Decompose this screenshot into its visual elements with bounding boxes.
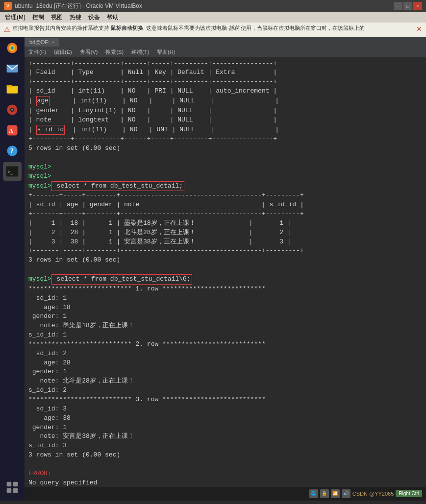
sidebar-icon-apps[interactable] <box>3 478 22 497</box>
sidebar-icon-files[interactable] <box>3 80 22 98</box>
svg-rect-5 <box>7 85 12 87</box>
menu-view[interactable]: 视图 <box>48 12 66 23</box>
svg-text:A: A <box>9 127 13 134</box>
terminal-tab[interactable]: bd@DF: ~ <box>25 38 59 47</box>
title-bar: V ubuntu_18edu [正在运行] - Oracle VM Virtua… <box>0 0 426 12</box>
sidebar-icon-appstore[interactable]: A <box>3 121 22 140</box>
tray-icon-1: 🌐 <box>309 489 318 498</box>
maximize-button[interactable]: □ <box>403 2 412 10</box>
terminal-window: bd@DF: ~ 文件(F) 编辑(E) 查看(V) 搜索(S) 终端(T) 帮… <box>25 37 426 501</box>
info-text: 虚拟电脑报告其内所安装的操作系统支持 鼠标自动切换. 这意味着鼠标不需要为该虚拟… <box>12 24 365 32</box>
svg-rect-17 <box>7 488 12 493</box>
terminal-menu: 文件(F) 编辑(E) 查看(V) 搜索(S) 终端(T) 帮助(H) <box>25 48 426 57</box>
bottom-right: 🌐 🔒 📶 🔊 CSDN @YY2065 Right Ctrl <box>309 489 422 498</box>
svg-rect-16 <box>13 481 18 486</box>
term-menu-terminal[interactable]: 终端(T) <box>127 48 153 57</box>
sidebar-icon-mail[interactable] <box>3 59 22 78</box>
window-title: ubuntu_18edu [正在运行] - Oracle VM VirtualB… <box>15 2 142 10</box>
svg-rect-15 <box>7 481 12 486</box>
sidebar-icon-help[interactable]: ? <box>3 142 22 160</box>
vm-area: A ? >_ <box>0 37 426 501</box>
svg-point-2 <box>11 46 14 49</box>
menu-control[interactable]: 控制 <box>29 12 47 23</box>
svg-text:>_: >_ <box>7 168 13 174</box>
term-menu-view[interactable]: 查看(V) <box>76 48 102 57</box>
sidebar-icon-terminal[interactable]: >_ <box>3 162 22 181</box>
vbox-menu: 管理(M) 控制 视图 热键 设备 帮助 <box>0 12 426 23</box>
menu-device[interactable]: 设备 <box>85 12 103 23</box>
info-bar: ⚠ 虚拟电脑报告其内所安装的操作系统支持 鼠标自动切换. 这意味着鼠标不需要为该… <box>0 23 426 37</box>
right-ctrl-badge: Right Ctrl <box>396 490 422 497</box>
term-menu-edit[interactable]: 编辑(E) <box>50 48 76 57</box>
tray-icon-4: 🔊 <box>342 489 351 498</box>
menu-help[interactable]: 帮助 <box>104 12 122 23</box>
menu-hotkey[interactable]: 热键 <box>67 12 84 23</box>
terminal-content[interactable]: +----------+------------+------+-----+--… <box>25 57 426 487</box>
terminal-title-bar: bd@DF: ~ <box>25 37 426 48</box>
app-icon: V <box>4 2 12 10</box>
sidebar-icon-firefox[interactable] <box>3 39 22 57</box>
terminal-bottom-bar: 🌐 🔒 📶 🔊 CSDN @YY2065 Right Ctrl <box>25 487 426 501</box>
svg-point-8 <box>11 109 13 111</box>
term-menu-help[interactable]: 帮助(H) <box>153 48 179 57</box>
sidebar: A ? >_ <box>0 37 25 501</box>
svg-rect-18 <box>13 488 18 493</box>
term-menu-search[interactable]: 搜索(S) <box>101 48 127 57</box>
close-button[interactable]: × <box>413 2 422 10</box>
info-close-button[interactable]: ✕ <box>416 24 422 34</box>
minimize-button[interactable]: − <box>394 2 402 10</box>
term-menu-file[interactable]: 文件(F) <box>25 48 50 57</box>
menu-manage[interactable]: 管理(M) <box>2 12 28 23</box>
tray-icon-2: 🔒 <box>320 489 329 498</box>
info-icon: ⚠ <box>4 25 10 35</box>
sidebar-icon-music[interactable] <box>3 100 22 119</box>
tray-icon-3: 📶 <box>331 489 340 498</box>
svg-text:?: ? <box>10 147 14 155</box>
watermark: CSDN @YY2065 <box>352 491 394 497</box>
